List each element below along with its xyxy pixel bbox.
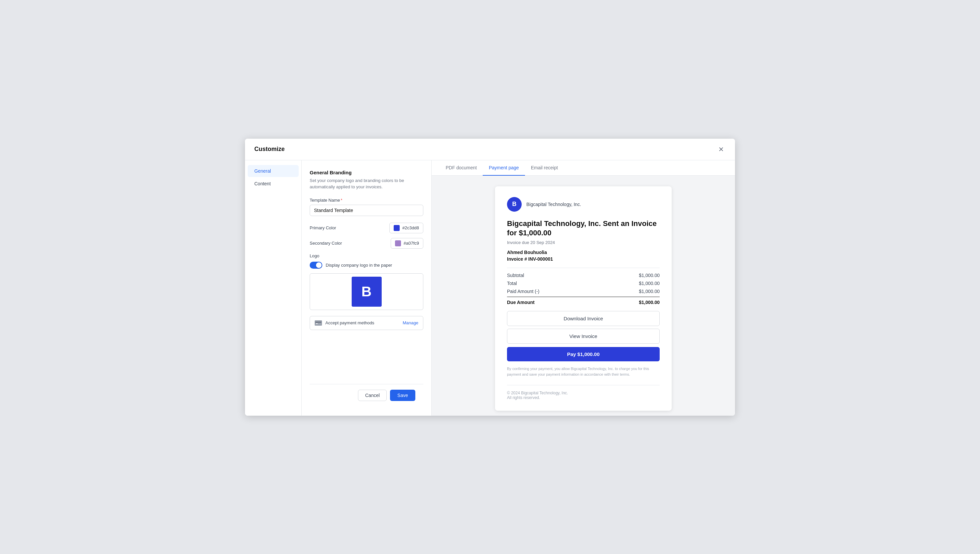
invoice-paid-row: Paid Amount (-) $1,000.00 xyxy=(507,289,660,294)
invoice-subtotal-row: Subtotal $1,000.00 xyxy=(507,273,660,278)
sidebar: General Content xyxy=(245,160,302,416)
total-label: Total xyxy=(507,281,517,286)
modal-title: Customize xyxy=(255,146,285,153)
logo-section: Logo Display company logo in the paper B xyxy=(310,253,423,310)
invoice-client: Ahmed Bouhuolia xyxy=(507,250,660,255)
primary-color-row: Primary Color #2c3dd8 xyxy=(310,223,423,233)
toggle-knob xyxy=(316,262,322,268)
modal-body: General Content General Branding Set you… xyxy=(245,160,735,416)
footer-line1: © 2024 Bigcapital Technology, Inc. xyxy=(507,391,660,395)
preview-content: B Bigcapital Technology, Inc. Bigcapital… xyxy=(432,176,735,416)
paid-value: $1,000.00 xyxy=(639,289,660,294)
primary-color-label: Primary Color xyxy=(310,225,336,230)
secondary-color-label: Secondary Color xyxy=(310,241,342,246)
cancel-button[interactable]: Cancel xyxy=(358,390,387,401)
sidebar-item-general[interactable]: General xyxy=(248,165,299,177)
invoice-separator xyxy=(507,267,660,268)
primary-color-hex: #2c3dd8 xyxy=(402,225,419,230)
customize-modal: Customize ✕ General Content General Bran… xyxy=(245,138,735,416)
invoice-due-row: Due Amount $1,000.00 xyxy=(507,297,660,305)
invoice-number: Invoice # INV-000001 xyxy=(507,256,660,262)
svg-rect-0 xyxy=(315,321,321,325)
svg-rect-2 xyxy=(316,323,318,324)
invoice-disclaimer: By confirming your payment, you allow Bi… xyxy=(507,366,660,378)
required-star: * xyxy=(340,197,342,203)
subtotal-label: Subtotal xyxy=(507,273,524,278)
invoice-headline: Bigcapital Technology, Inc. Sent an Invo… xyxy=(507,219,660,238)
total-value: $1,000.00 xyxy=(639,281,660,286)
company-logo-circle: B xyxy=(507,197,522,212)
preview-header: PDF document Payment page Email receipt xyxy=(432,160,735,176)
invoice-company-row: B Bigcapital Technology, Inc. xyxy=(507,197,660,212)
pay-button[interactable]: Pay $1,000.00 xyxy=(507,347,660,361)
tab-email[interactable]: Email receipt xyxy=(525,160,564,176)
secondary-color-row: Secondary Color #a07fc9 xyxy=(310,238,423,249)
customize-panel: General Branding Set your company logo a… xyxy=(302,160,432,416)
card-icon xyxy=(315,320,322,326)
preview-panel: PDF document Payment page Email receipt xyxy=(432,160,735,416)
tab-payment[interactable]: Payment page xyxy=(483,160,525,176)
download-invoice-button[interactable]: Download Invoice xyxy=(507,311,660,326)
view-invoice-button[interactable]: View Invoice xyxy=(507,329,660,344)
due-label: Due Amount xyxy=(507,300,535,305)
invoice-total-row: Total $1,000.00 xyxy=(507,281,660,286)
toggle-label: Display company logo in the paper xyxy=(326,263,392,267)
secondary-color-swatch xyxy=(395,240,401,246)
sidebar-item-content[interactable]: Content xyxy=(248,178,299,189)
close-button[interactable]: ✕ xyxy=(716,145,725,154)
save-button[interactable]: Save xyxy=(390,390,415,401)
paid-label: Paid Amount (-) xyxy=(507,289,539,294)
logo-big: B xyxy=(352,277,382,307)
due-value: $1,000.00 xyxy=(639,300,660,305)
customize-scroll: General Branding Set your company logo a… xyxy=(310,170,423,384)
logo-toggle[interactable] xyxy=(310,262,322,269)
toggle-row: Display company logo in the paper xyxy=(310,262,423,269)
section-title: General Branding xyxy=(310,170,423,175)
payment-methods-label: Accept payment methods xyxy=(325,320,374,325)
subtotal-value: $1,000.00 xyxy=(639,273,660,278)
modal-header: Customize ✕ xyxy=(245,138,735,160)
logo-label: Logo xyxy=(310,253,423,258)
payment-left: Accept payment methods xyxy=(315,320,374,326)
secondary-color-hex: #a07fc9 xyxy=(404,241,419,246)
invoice-footer: © 2024 Bigcapital Technology, Inc. All r… xyxy=(507,385,660,400)
payment-methods-row: Accept payment methods Manage xyxy=(310,316,423,330)
company-name: Bigcapital Technology, Inc. xyxy=(527,202,581,207)
template-name-input[interactable] xyxy=(310,205,423,216)
logo-preview-box: B xyxy=(310,273,423,310)
tab-pdf[interactable]: PDF document xyxy=(440,160,483,176)
primary-color-swatch xyxy=(394,225,400,231)
panel-actions: Cancel Save xyxy=(310,384,423,406)
primary-color-picker[interactable]: #2c3dd8 xyxy=(389,223,423,233)
invoice-card: B Bigcapital Technology, Inc. Bigcapital… xyxy=(495,186,672,411)
logo-letter: B xyxy=(361,284,371,300)
secondary-color-picker[interactable]: #a07fc9 xyxy=(391,238,423,249)
manage-link[interactable]: Manage xyxy=(402,320,418,325)
svg-rect-1 xyxy=(315,322,321,323)
section-desc: Set your company logo and branding color… xyxy=(310,177,423,190)
invoice-due: Invoice due 20 Sep 2024 xyxy=(507,240,660,245)
template-name-label: Template Name* xyxy=(310,197,423,203)
footer-line2: All rights reserved. xyxy=(507,395,660,400)
